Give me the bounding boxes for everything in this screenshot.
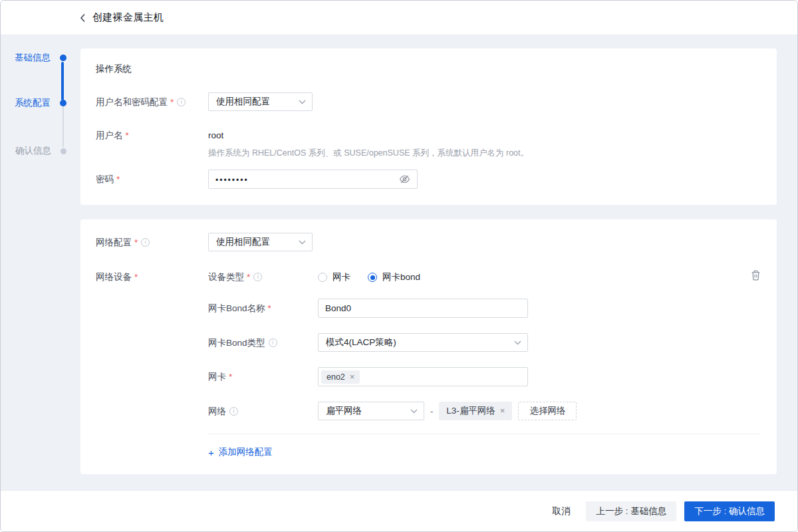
- nic-tag: eno2 ×: [321, 370, 360, 384]
- dash-separator: -: [424, 402, 439, 416]
- network-config-label: 网络配置*i: [96, 233, 208, 251]
- username-row: 用户名* root 操作系统为 RHEL/CentOS 系列、或 SUSE/op…: [96, 126, 761, 159]
- required-mark: *: [247, 272, 250, 283]
- bond-name-label: 网卡Bond名称*: [208, 299, 318, 318]
- network-config-select[interactable]: 使用相同配置: [208, 233, 313, 251]
- radio-circle: [318, 273, 327, 282]
- bond-name-row: 网卡Bond名称* Bond0: [208, 299, 761, 318]
- info-icon[interactable]: i: [177, 98, 186, 106]
- page-header: 创建裸金属主机: [1, 1, 797, 35]
- prev-step-button[interactable]: 上一步 : 基础信息: [586, 501, 676, 521]
- content-area: 基础信息 系统配置 确认信息 操作系统 用户名和密码配置*i: [1, 35, 797, 490]
- info-icon[interactable]: i: [253, 273, 262, 281]
- info-icon[interactable]: i: [229, 407, 238, 416]
- chevron-down-icon: [299, 240, 306, 245]
- bond-name-input[interactable]: Bond0: [318, 299, 528, 318]
- step-connector-pending: [63, 106, 64, 147]
- chevron-down-icon: [299, 100, 306, 104]
- trash-icon: [751, 270, 761, 281]
- step-connector-done: [61, 62, 64, 100]
- password-label: 密码*: [96, 170, 208, 189]
- nic-label: 网卡*: [208, 367, 318, 386]
- footer-bar: 取消 上一步 : 基础信息 下一步 : 确认信息: [1, 490, 797, 531]
- bond-type-select[interactable]: 模式4(LACP策略): [318, 333, 528, 352]
- network-device-panel: 设备类型*i 网卡 网卡bond: [208, 267, 761, 458]
- network-label: 网络i: [208, 402, 318, 420]
- bond-type-label: 网卡Bond类型i: [208, 333, 318, 352]
- info-icon[interactable]: i: [141, 238, 150, 247]
- bond-type-row: 网卡Bond类型i 模式4(LACP策略): [208, 333, 761, 352]
- credential-config-row: 用户名和密码配置*i 使用相同配置: [96, 92, 761, 111]
- plus-icon: +: [208, 448, 214, 457]
- password-masked-value: ••••••••: [215, 174, 249, 185]
- panel-divider: [208, 434, 761, 434]
- required-mark: *: [126, 130, 129, 141]
- step-system-config[interactable]: 系统配置: [1, 96, 80, 110]
- step-confirm-info[interactable]: 确认信息: [1, 144, 80, 158]
- chevron-down-icon: [410, 409, 418, 414]
- username-hint: 操作系统为 RHEL/CentOS 系列、或 SUSE/openSUSE 系列，…: [208, 148, 529, 159]
- back-button[interactable]: [79, 13, 86, 23]
- username-value-block: root 操作系统为 RHEL/CentOS 系列、或 SUSE/openSUS…: [208, 126, 529, 159]
- network-controls: 扁平网络 - L3-扁平网络 × 选择网络: [318, 402, 577, 420]
- eye-off-icon[interactable]: [399, 174, 410, 185]
- os-section-title: 操作系统: [96, 63, 761, 75]
- network-device-label: 网络设备*: [96, 267, 208, 458]
- network-type-select[interactable]: 扁平网络: [318, 402, 424, 420]
- credential-config-label: 用户名和密码配置*i: [96, 92, 208, 111]
- chevron-left-icon: [79, 13, 86, 23]
- next-step-button[interactable]: 下一步 : 确认信息: [684, 501, 775, 521]
- network-config-row: 网络配置*i 使用相同配置: [96, 233, 761, 251]
- username-label: 用户名*: [96, 126, 208, 159]
- device-type-label: 设备类型*i: [208, 267, 318, 283]
- step-dot: [60, 55, 66, 61]
- radio-nic[interactable]: 网卡: [318, 271, 350, 283]
- network-device-row: 网络设备*: [96, 267, 761, 458]
- required-mark: *: [170, 97, 174, 108]
- add-network-config-link[interactable]: + 添加网络配置: [208, 446, 273, 458]
- tag-close-icon[interactable]: ×: [500, 408, 505, 414]
- selected-network-tag: L3-扁平网络 ×: [439, 402, 512, 420]
- password-input[interactable]: ••••••••: [208, 170, 418, 189]
- password-row: 密码* ••••••••: [96, 170, 761, 189]
- step-dot: [60, 100, 66, 106]
- required-mark: *: [116, 174, 120, 185]
- tag-close-icon[interactable]: ×: [350, 374, 355, 380]
- nic-row: 网卡* eno2 ×: [208, 367, 761, 386]
- radio-circle-checked: [368, 273, 377, 282]
- select-network-button[interactable]: 选择网络: [518, 402, 577, 420]
- main-column: 操作系统 用户名和密码配置*i 使用相同配置 用户名*: [80, 35, 797, 490]
- radio-nic-bond[interactable]: 网卡bond: [368, 271, 420, 283]
- username-value: root: [208, 130, 529, 140]
- network-row: 网络i 扁平网络 -: [208, 402, 761, 420]
- required-mark: *: [134, 237, 138, 248]
- os-card: 操作系统 用户名和密码配置*i 使用相同配置 用户名*: [80, 49, 777, 205]
- step-dot: [61, 148, 66, 154]
- page-title: 创建裸金属主机: [92, 11, 164, 24]
- nic-tag-input[interactable]: eno2 ×: [318, 367, 528, 386]
- cancel-button[interactable]: 取消: [552, 505, 570, 517]
- delete-device-button[interactable]: [751, 270, 761, 281]
- chevron-down-icon: [514, 340, 521, 345]
- device-type-row: 设备类型*i 网卡 网卡bond: [208, 267, 761, 283]
- step-basic-info[interactable]: 基础信息: [1, 51, 80, 65]
- info-icon[interactable]: i: [269, 338, 277, 347]
- credential-config-select[interactable]: 使用相同配置: [208, 92, 313, 111]
- required-mark: *: [268, 303, 271, 314]
- network-card: 网络配置*i 使用相同配置 网络设备*: [80, 219, 777, 474]
- step-rail: 基础信息 系统配置 确认信息: [1, 35, 80, 490]
- required-mark: *: [229, 372, 232, 382]
- create-baremetal-host-page: 创建裸金属主机 基础信息 系统配置 确认信息 操作系统: [0, 0, 798, 532]
- required-mark: *: [134, 272, 138, 283]
- device-type-radio-group: 网卡 网卡bond: [318, 267, 420, 283]
